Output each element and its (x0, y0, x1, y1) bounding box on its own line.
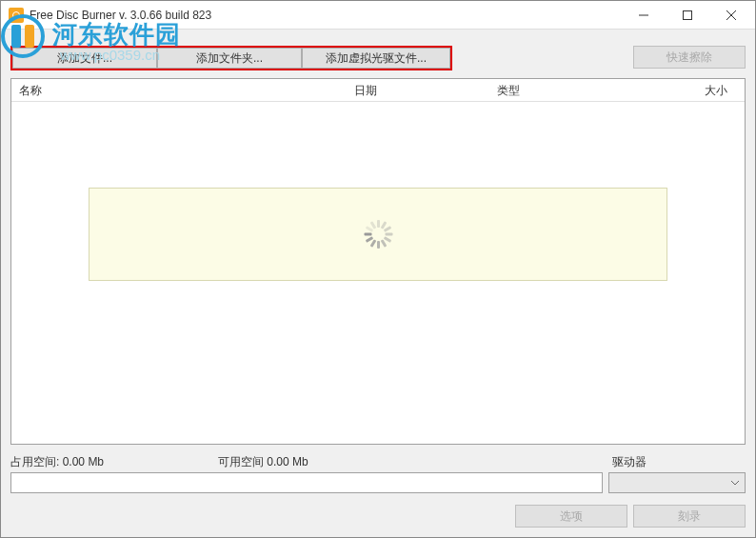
window-title: Free Disc Burner v. 3.0.66 build 823 (30, 9, 622, 22)
column-name[interactable]: 名称 (11, 79, 347, 101)
add-folder-button[interactable]: 添加文件夹... (157, 48, 302, 69)
used-space-label: 占用空间: (10, 455, 59, 468)
action-row: 选项 刻录 (10, 505, 746, 528)
used-space-value: 0.00 Mb (63, 455, 104, 468)
window-controls (622, 1, 753, 29)
svg-rect-1 (684, 10, 692, 19)
app-icon (9, 8, 24, 23)
free-space-label: 可用空间 (218, 455, 264, 468)
bottom-controls (10, 472, 746, 493)
drive-label: 驱动器 (612, 454, 746, 470)
highlight-box: 添加文件... 添加文件夹... 添加虚拟光驱文件... (10, 46, 452, 70)
status-row: 占用空间: 0.00 Mb 可用空间 0.00 Mb 驱动器 (10, 454, 746, 470)
free-space: 可用空间 0.00 Mb (218, 454, 612, 470)
column-size[interactable]: 大小 (623, 79, 745, 101)
titlebar: Free Disc Burner v. 3.0.66 build 823 (1, 1, 755, 30)
spinner-icon (364, 220, 392, 249)
loading-overlay (89, 188, 667, 281)
options-button[interactable]: 选项 (515, 505, 627, 528)
used-space: 占用空间: 0.00 Mb (10, 454, 218, 470)
list-header: 名称 日期 类型 大小 (11, 79, 745, 102)
content-area: 添加文件... 添加文件夹... 添加虚拟光驱文件... 快速擦除 名称 日期 … (1, 30, 755, 537)
close-button[interactable] (709, 1, 753, 29)
file-list-panel: 名称 日期 类型 大小 (10, 78, 746, 445)
quick-erase-button[interactable]: 快速擦除 (633, 46, 746, 69)
list-body (11, 102, 745, 444)
drive-select[interactable] (608, 472, 746, 493)
add-file-button[interactable]: 添加文件... (12, 48, 157, 69)
toolbar: 添加文件... 添加文件夹... 添加虚拟光驱文件... 快速擦除 (10, 46, 746, 70)
maximize-button[interactable] (666, 1, 709, 29)
column-date[interactable]: 日期 (347, 79, 489, 101)
column-type[interactable]: 类型 (489, 79, 623, 101)
minimize-button[interactable] (622, 1, 666, 29)
add-iso-button[interactable]: 添加虚拟光驱文件... (302, 48, 450, 69)
burn-button[interactable]: 刻录 (633, 505, 746, 528)
chevron-down-icon (731, 481, 739, 486)
progress-bar (10, 472, 603, 493)
free-space-value: 0.00 Mb (267, 455, 308, 468)
